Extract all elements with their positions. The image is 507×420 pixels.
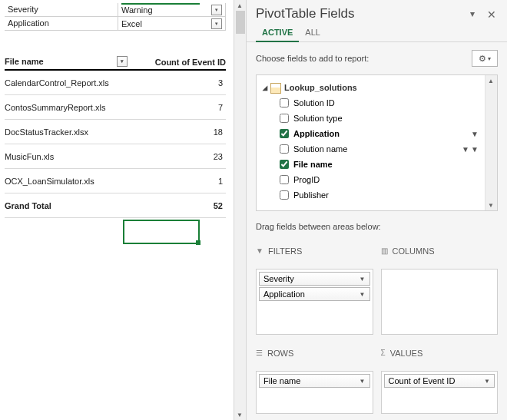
- field-checkbox[interactable]: [280, 129, 289, 138]
- area-filters-label: FILTERS: [268, 246, 302, 256]
- field-row[interactable]: Solution ID: [260, 95, 494, 111]
- worksheet: SeverityWarningApplicationExcel File nam…: [0, 0, 246, 420]
- rows-icon: ☰: [256, 349, 263, 357]
- values-icon: Σ: [381, 349, 386, 357]
- table-icon: [270, 83, 281, 92]
- pane-title: PivotTable Fields: [256, 6, 470, 21]
- count-cell: 23: [128, 152, 226, 161]
- table-row[interactable]: DocStatusTracker.xlsx18: [5, 120, 226, 144]
- col-header-count: Count of Event ID: [128, 58, 226, 67]
- field-row[interactable]: Solution type: [260, 111, 494, 126]
- slicer-label: Severity: [5, 3, 118, 16]
- chevron-down-icon[interactable]: ▼: [360, 276, 366, 283]
- close-icon[interactable]: ✕: [487, 8, 498, 19]
- tools-button[interactable]: ⚙▾: [472, 50, 498, 67]
- table-row[interactable]: OCX_LoanSimulator.xls1: [5, 169, 226, 193]
- col-header-filename: File name: [5, 57, 44, 66]
- grand-total-label: Grand Total: [5, 201, 128, 210]
- scroll-up-icon[interactable]: ▲: [234, 0, 245, 11]
- tab-active[interactable]: ACTIVE: [256, 25, 299, 41]
- area-rows-label: ROWS: [267, 349, 293, 358]
- rows-area[interactable]: File name▼: [256, 371, 373, 414]
- area-values-label: VALUES: [390, 349, 423, 358]
- pill-label: Severity: [263, 274, 294, 283]
- filename-cell: CalendarControl_Report.xls: [5, 78, 128, 88]
- count-cell: 3: [128, 78, 226, 88]
- field-label: Solution type: [293, 114, 343, 123]
- field-row[interactable]: File name: [260, 157, 494, 172]
- scroll-up-icon[interactable]: ▲: [485, 75, 496, 86]
- filename-cell: OCX_LoanSimulator.xls: [5, 177, 128, 186]
- filename-cell: MusicFun.xls: [5, 152, 128, 161]
- field-row[interactable]: Publisher: [260, 187, 494, 203]
- field-pill[interactable]: Count of Event ID▼: [384, 374, 495, 388]
- fields-scrollbar[interactable]: ▲ ▼: [485, 75, 497, 210]
- field-row[interactable]: Solution name▼▼: [260, 141, 494, 157]
- slicer-label: Application: [5, 17, 118, 30]
- tabs: ACTIVE ALL: [247, 21, 507, 42]
- area-columns-label: COLUMNS: [393, 246, 435, 256]
- count-cell: 1: [128, 177, 226, 186]
- values-area[interactable]: Count of Event ID▼: [381, 371, 499, 414]
- worksheet-scrollbar[interactable]: ▲ ▼: [234, 0, 246, 420]
- filters-area[interactable]: Severity▼Application▼: [256, 269, 373, 335]
- pivot-table: File name Count of Event ID CalendarCont…: [5, 52, 226, 218]
- field-label: Solution name: [293, 144, 347, 154]
- columns-area[interactable]: [381, 269, 499, 335]
- filter-icon: ▼: [471, 145, 479, 154]
- field-checkbox[interactable]: [280, 175, 289, 184]
- chevron-down-icon[interactable]: ▼: [484, 378, 490, 385]
- columns-icon: ▥: [381, 246, 388, 255]
- slicer-dropdown[interactable]: [211, 5, 222, 15]
- field-checkbox[interactable]: [280, 98, 289, 107]
- gear-icon: ⚙: [479, 54, 486, 64]
- slicer-row: SeverityWarning: [5, 3, 226, 17]
- field-label: Publisher: [293, 190, 329, 200]
- table-row[interactable]: MusicFun.xls23: [5, 144, 226, 169]
- field-row[interactable]: Application▼: [260, 126, 494, 141]
- fill-handle[interactable]: [196, 240, 200, 245]
- field-pill[interactable]: File name▼: [259, 374, 370, 388]
- chevron-down-icon[interactable]: ▼: [360, 291, 366, 298]
- filter-icon: ▼: [471, 130, 479, 138]
- table-row[interactable]: ContosSummaryReport.xls7: [5, 95, 226, 120]
- pill-label: File name: [263, 376, 300, 385]
- field-checkbox[interactable]: [280, 190, 289, 200]
- slicer-dropdown[interactable]: [211, 18, 222, 29]
- count-cell: 7: [128, 103, 226, 112]
- chevron-down-icon[interactable]: ▼: [360, 378, 366, 385]
- field-label: File name: [293, 160, 333, 169]
- field-row[interactable]: ProgID: [260, 172, 494, 187]
- count-cell: 18: [128, 127, 226, 137]
- scroll-down-icon[interactable]: ▼: [234, 409, 245, 420]
- dropdown-icon[interactable]: ▾: [470, 8, 481, 19]
- field-checkbox[interactable]: [280, 144, 289, 154]
- pill-label: Application: [263, 289, 305, 299]
- field-label: Application: [293, 129, 340, 138]
- collapse-icon[interactable]: ◢: [263, 84, 267, 91]
- filter-icon: ▼: [256, 246, 263, 255]
- selected-cell[interactable]: [123, 220, 200, 244]
- scroll-down-icon[interactable]: ▼: [485, 200, 496, 210]
- slicer-value: Excel: [121, 19, 142, 28]
- choose-fields-label: Choose fields to add to report:: [256, 54, 369, 63]
- filename-cell: ContosSummaryReport.xls: [5, 103, 128, 112]
- fields-list: ◢ Lookup_solutions Solution IDSolution t…: [256, 74, 498, 211]
- field-checkbox[interactable]: [280, 160, 289, 169]
- tab-all[interactable]: ALL: [299, 25, 326, 41]
- field-checkbox[interactable]: [280, 114, 289, 123]
- filter-dropdown-filename[interactable]: [117, 56, 128, 67]
- field-pill[interactable]: Application▼: [259, 287, 370, 301]
- scroll-thumb[interactable]: [236, 11, 245, 34]
- pill-label: Count of Event ID: [389, 376, 456, 385]
- table-root-label: Lookup_solutions: [284, 83, 357, 92]
- filter-icon: ▼: [462, 145, 469, 154]
- pivottable-fields-pane: PivotTable Fields ▾ ✕ ACTIVE ALL Choose …: [246, 0, 507, 420]
- table-row[interactable]: CalendarControl_Report.xls3: [5, 71, 226, 95]
- slicer-row: ApplicationExcel: [5, 17, 226, 31]
- field-pill[interactable]: Severity▼: [259, 272, 370, 286]
- table-root[interactable]: ◢ Lookup_solutions: [260, 80, 494, 95]
- field-label: ProgID: [293, 175, 320, 184]
- field-label: Solution ID: [293, 98, 335, 107]
- drag-hint: Drag fields between areas below:: [247, 217, 507, 236]
